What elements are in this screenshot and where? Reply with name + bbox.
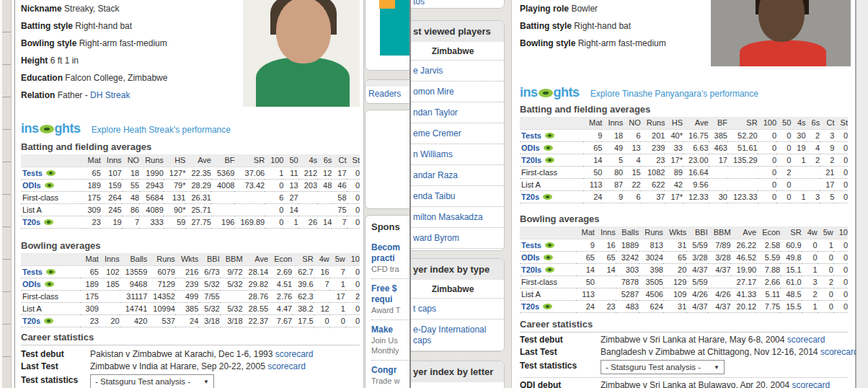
eye-icon[interactable] <box>543 194 552 200</box>
sponsored-box: Spons Becom practi CFD tra Free $ requi … <box>365 215 409 388</box>
sponsored-item[interactable]: Becom practi CFD tra <box>371 242 409 274</box>
format-link-odis[interactable]: ODIs <box>22 280 41 288</box>
sponsored-link[interactable]: requi <box>371 294 409 305</box>
scorecard-link[interactable]: scorecard <box>792 380 831 388</box>
stat-cell: 0 <box>265 179 283 191</box>
stat-cell: 27.17 <box>731 275 757 288</box>
eye-icon[interactable] <box>45 281 54 287</box>
stat-cell: 9/72 <box>220 265 243 278</box>
relation-link[interactable]: DH Streak <box>90 90 130 100</box>
stat-cell: 90* <box>164 203 186 216</box>
stat-cell: 7.88 <box>756 263 780 275</box>
format-link-t20s[interactable]: T20s <box>22 218 40 226</box>
photos-box: tos <box>409 0 505 9</box>
stat-cell <box>727 166 758 178</box>
sponsored-link[interactable]: Free $ <box>371 283 409 294</box>
player-link[interactable]: milton Masakadza <box>409 206 504 227</box>
eye-icon[interactable] <box>44 318 53 324</box>
sponsored-item[interactable]: Make Join Us Monthly <box>371 325 409 356</box>
format-link-t20is[interactable]: T20Is <box>521 156 541 164</box>
sponsored-item[interactable]: Free $ requi Award T <box>371 283 409 315</box>
eye-icon[interactable] <box>46 269 56 275</box>
eye-icon[interactable] <box>46 170 56 176</box>
stat-cell: 0 <box>314 314 329 327</box>
player-link[interactable]: andar Raza <box>409 164 504 185</box>
sponsored-link[interactable]: practi <box>371 253 409 264</box>
player-link[interactable]: ndan Taylor <box>409 102 504 123</box>
scorecard-link[interactable]: scorecard <box>787 335 825 345</box>
explore-performance-link[interactable]: Explore Heath Streak's performance <box>92 125 231 135</box>
format-link-odis[interactable]: ODIs <box>521 144 540 152</box>
stat-cell: 135.29 <box>727 154 758 166</box>
player-link-list: e Jarvisomon Mirendan Tayloreme Cremern … <box>409 60 504 251</box>
stat-cell: 16 <box>595 239 616 251</box>
stat-cell: 6 <box>623 129 641 141</box>
player-link[interactable]: enda Taibu <box>409 185 504 206</box>
stat-cell: 4506 <box>639 288 663 300</box>
stat-cell: 17 <box>709 154 727 166</box>
format-link-tests[interactable]: Tests <box>521 241 541 250</box>
eye-icon[interactable] <box>545 242 554 248</box>
stat-cell: 0 <box>833 239 848 251</box>
eye-icon[interactable] <box>545 157 554 163</box>
stat-cell: 499 <box>175 290 198 302</box>
eye-icon[interactable] <box>544 145 553 151</box>
column-header: 4s <box>298 154 317 167</box>
format-link-tests[interactable]: Tests <box>22 169 43 177</box>
divider <box>371 319 409 320</box>
eye-icon[interactable] <box>545 267 554 273</box>
eye-icon[interactable] <box>543 304 552 309</box>
player-link[interactable]: e Jarvis <box>409 60 504 81</box>
scorecard-link[interactable]: scorecard <box>820 347 859 357</box>
ad-box[interactable]: Ts & Cs <box>365 0 409 71</box>
player-link[interactable]: eme Cremer <box>409 123 504 144</box>
index-type-link[interactable]: t caps <box>409 298 504 319</box>
eye-icon[interactable] <box>545 133 554 138</box>
photo-head <box>276 0 331 63</box>
stat-cell: 46.52 <box>731 251 757 263</box>
eye-icon[interactable] <box>44 219 53 225</box>
sponsored-link[interactable]: Make <box>371 325 409 335</box>
format-link-odis[interactable]: ODIs <box>521 253 540 262</box>
format-label: First-class <box>520 275 576 288</box>
stat-cell: 2 <box>345 290 360 302</box>
format-link-t20is[interactable]: T20Is <box>521 265 541 274</box>
explore-performance-link[interactable]: Explore Tinashe Panyangara's performance <box>590 89 758 99</box>
stat-cell: 5/59 <box>686 275 707 288</box>
format-link-t20s[interactable]: T20s <box>521 193 539 201</box>
format-link-tests[interactable]: Tests <box>521 131 541 140</box>
eye-icon[interactable] <box>544 255 553 260</box>
scorecard-link[interactable]: scorecard <box>267 361 306 371</box>
column-header: BF <box>211 154 234 167</box>
format-link-t20s[interactable]: T20s <box>22 317 40 325</box>
sponsored-link[interactable]: Congr <box>371 365 409 376</box>
scorecard-link[interactable]: scorecard <box>275 349 314 359</box>
statsguru-select[interactable]: - Statsguru Test analysis -▼ <box>90 374 214 388</box>
format-link-tests[interactable]: Tests <box>22 268 43 276</box>
stat-cell: 4/26 <box>686 288 707 300</box>
format-link-odis[interactable]: ODIs <box>22 181 41 190</box>
eye-icon[interactable] <box>45 182 54 188</box>
format-link-t20s[interactable]: T20s <box>521 302 539 311</box>
stat-cell: 9 <box>820 141 834 154</box>
career-row: Test statistics- Statsguru Test analysis… <box>21 374 360 388</box>
stat-cell: 7.75 <box>756 300 780 312</box>
player-link[interactable]: n Williams <box>409 144 504 164</box>
stat-cell: 3505 <box>639 275 663 288</box>
stat-cell: 3242 <box>616 251 639 263</box>
stat-cell: 3 <box>802 275 818 288</box>
statsguru-select[interactable]: - Statsguru Test analysis -▼ <box>601 360 725 374</box>
index-type-link[interactable]: enty20 International s <box>409 350 504 352</box>
column-header: SR <box>727 117 758 129</box>
sponsored-link[interactable]: Becom <box>371 242 409 253</box>
readers-link[interactable]: Readers <box>368 89 401 99</box>
column-header: Mat <box>576 226 595 239</box>
column-header: Inns <box>99 253 120 265</box>
photos-link[interactable]: tos <box>413 0 425 6</box>
player-link[interactable]: omon Mire <box>409 81 504 102</box>
format-label: First-class <box>21 290 80 302</box>
player-link[interactable]: is Mpofu <box>409 248 504 251</box>
index-type-link[interactable]: e-Day International caps <box>409 319 504 350</box>
player-link[interactable]: ward Byrom <box>409 227 504 248</box>
sponsored-item[interactable]: Congr Trade w lessons <box>371 365 409 388</box>
